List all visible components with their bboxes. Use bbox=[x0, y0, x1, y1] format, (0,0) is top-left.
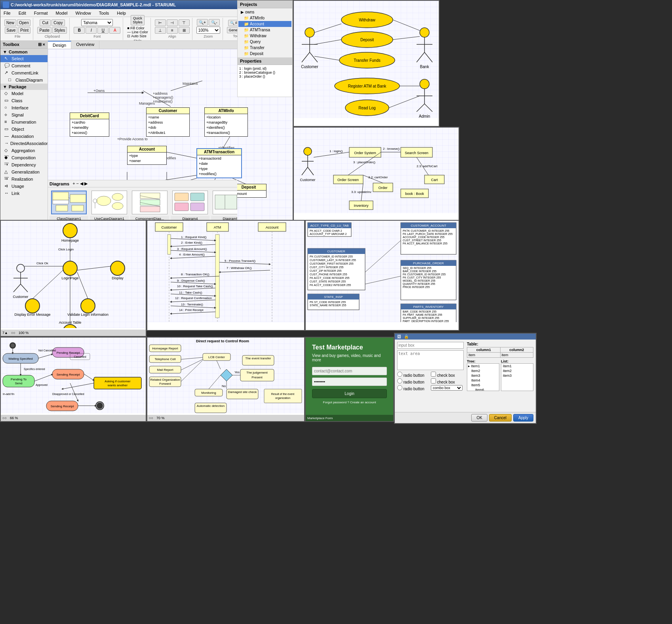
toolbox-item-interface[interactable]: ○ Interface bbox=[0, 104, 48, 111]
cancel-button[interactable]: Cancel bbox=[489, 414, 512, 422]
toolbox-item-classdiagram[interactable]: □ ClassDiagram bbox=[0, 76, 48, 84]
radio-1[interactable] bbox=[397, 372, 402, 377]
diagram-thumbnail-component[interactable] bbox=[132, 191, 168, 214]
align-right-button[interactable]: ⊤ bbox=[179, 19, 190, 26]
tree-item-1[interactable]: ▸ Item1 bbox=[467, 364, 499, 368]
tree-item-4[interactable]: Item4 bbox=[467, 378, 499, 383]
diagram-thumb-1[interactable]: UseCaseDiagram1 bbox=[90, 189, 129, 221]
diagram-thumb-4[interactable]: Diagram5 bbox=[211, 189, 237, 221]
menu-window[interactable]: Window bbox=[74, 10, 93, 16]
login-button[interactable]: Login bbox=[312, 389, 387, 398]
toolbox-category-common[interactable]: ▼ Common bbox=[0, 49, 48, 55]
menu-file[interactable]: File bbox=[2, 10, 12, 16]
list-control[interactable]: item1 item2 item3 bbox=[501, 363, 533, 391]
toolbox-item-class[interactable]: ▭ Class bbox=[0, 97, 48, 104]
underline-button[interactable]: U bbox=[97, 27, 109, 34]
diagram-thumb-3[interactable]: Diagram4 bbox=[171, 189, 209, 221]
diagram-thumb-0[interactable]: ClassDiagram1 bbox=[49, 189, 88, 221]
check-2[interactable] bbox=[431, 378, 436, 384]
list-item-1[interactable]: item1 bbox=[501, 364, 533, 368]
font-select[interactable]: Tahoma bbox=[81, 19, 113, 26]
zoom-select[interactable]: 100% bbox=[196, 27, 220, 34]
menu-tools[interactable]: Tools bbox=[97, 10, 111, 16]
paste-button[interactable]: Paste bbox=[37, 27, 51, 34]
diagram-thumbnail-usecase[interactable] bbox=[91, 191, 127, 214]
radio-label-2[interactable]: radio button bbox=[397, 378, 430, 384]
toolbox-item-realization[interactable]: ⇒ Realization bbox=[0, 176, 48, 183]
toolbox-item-enumeration[interactable]: ≡ Enumeration bbox=[0, 118, 48, 126]
toolbox-item-dependency[interactable]: ⇢ Dependency bbox=[0, 161, 48, 168]
tree-list[interactable]: ▸ Item1 Item2 Item3 Item4 Item5 Item6 It… bbox=[467, 363, 499, 391]
menu-edit[interactable]: Edit bbox=[17, 10, 28, 16]
class-account[interactable]: Account +type +owner bbox=[127, 146, 167, 165]
class-atmtransaction[interactable]: ATMTransaction +transactionId +date +typ… bbox=[196, 148, 242, 178]
password-input[interactable] bbox=[312, 378, 387, 386]
tree-item-5[interactable]: Item5 bbox=[467, 383, 499, 387]
zoom-out-button[interactable]: 🔍- bbox=[209, 19, 220, 26]
apply-button[interactable]: Apply bbox=[513, 414, 533, 422]
menu-help[interactable]: Help bbox=[115, 10, 128, 16]
align-center-button[interactable]: ⊣ bbox=[167, 19, 178, 26]
list-item-3[interactable]: item3 bbox=[501, 373, 533, 378]
toolbox-item-aggregation[interactable]: ◇— Aggregation bbox=[0, 147, 48, 154]
zoom-in-button[interactable]: 🔍+ bbox=[197, 19, 208, 26]
toolbox-category-class[interactable]: ▼ Package bbox=[0, 84, 48, 90]
save-button[interactable]: Save bbox=[5, 27, 18, 34]
marketplace-password-field[interactable] bbox=[312, 378, 387, 386]
radio-label-3[interactable]: radio button bbox=[397, 385, 430, 391]
class-debitcard[interactable]: DebitCard +cardNo +ownedBy +access() bbox=[70, 113, 109, 137]
color-button[interactable]: A bbox=[109, 27, 120, 34]
class-customer[interactable]: Customer +name +address +dob +Attribute1 bbox=[146, 107, 190, 137]
check-label-2[interactable]: check box bbox=[431, 378, 464, 384]
forgot-password-link[interactable]: Forgot password ? Create an account bbox=[312, 401, 387, 404]
toolbox-item-comment[interactable]: 💬 Comment bbox=[0, 62, 48, 69]
toolbox-item-commentlink[interactable]: ↗ CommentLink bbox=[0, 69, 48, 76]
input-box[interactable] bbox=[397, 342, 464, 349]
toolbox-item-model[interactable]: ◇ Model bbox=[0, 90, 48, 97]
tree-item-2[interactable]: Item2 bbox=[467, 368, 499, 373]
diagram-thumbnail-3[interactable] bbox=[172, 191, 208, 214]
project-query[interactable]: 📁 Query bbox=[238, 41, 291, 45]
tree-item-3[interactable]: Item3 bbox=[467, 373, 499, 378]
new-button[interactable]: New bbox=[4, 19, 16, 26]
ok-button[interactable]: OK bbox=[471, 414, 487, 422]
toolbox-item-usage[interactable]: ⊲ Usage bbox=[0, 183, 48, 190]
cut-button[interactable]: Cut bbox=[40, 19, 51, 26]
project-transfer[interactable]: 📁 Transfer bbox=[238, 45, 291, 51]
toolbox-item-object[interactable]: ▭ Object bbox=[0, 126, 48, 133]
tab-design[interactable]: Design bbox=[48, 41, 71, 49]
quick-styles-button[interactable]: QuickStyles bbox=[131, 15, 145, 25]
check-label-1[interactable]: check box bbox=[431, 372, 464, 378]
toolbox-item-generalization[interactable]: △— Generalization bbox=[0, 168, 48, 176]
copy-button[interactable]: Copy bbox=[51, 19, 65, 26]
align-middle-button[interactable]: ≡ bbox=[167, 27, 178, 34]
italic-button[interactable]: I bbox=[86, 27, 97, 34]
align-top-button[interactable]: ⊥ bbox=[155, 27, 166, 34]
tree-item-6[interactable]: Item6 bbox=[467, 387, 499, 391]
toolbox-item-composition[interactable]: ◆— Composition bbox=[0, 154, 48, 161]
align-bottom-button[interactable]: ⊞ bbox=[179, 27, 190, 34]
toolbox-item-association[interactable]: — Association bbox=[0, 133, 48, 140]
radio-2[interactable] bbox=[397, 378, 402, 384]
print-button[interactable]: Print bbox=[18, 27, 30, 34]
toolbox-item-link[interactable]: ↔ Link bbox=[0, 190, 48, 197]
align-left-button[interactable]: ⊢ bbox=[155, 19, 166, 26]
list-item-2[interactable]: item2 bbox=[501, 368, 533, 373]
styles-button[interactable]: Styles bbox=[52, 27, 67, 34]
menu-format[interactable]: Format bbox=[32, 10, 49, 16]
textarea-field[interactable] bbox=[397, 350, 464, 370]
diagram-thumb-2[interactable]: ComponentDiag... bbox=[130, 189, 169, 221]
combo-box[interactable]: combo box bbox=[431, 385, 463, 391]
radio-3[interactable] bbox=[397, 385, 402, 390]
radio-label-1[interactable]: radio button bbox=[397, 372, 430, 378]
toolbox-item-directedassociation[interactable]: → DirectedAssociation bbox=[0, 140, 48, 147]
menu-model[interactable]: Model bbox=[54, 10, 69, 16]
toolbox-item-select[interactable]: ↖ Select bbox=[0, 55, 48, 62]
tab-overview[interactable]: Overview bbox=[71, 41, 99, 49]
toolbox-item-signal[interactable]: ⟡ Signal bbox=[0, 111, 48, 118]
open-button[interactable]: Open bbox=[17, 19, 30, 26]
diagram-thumbnail-class[interactable] bbox=[51, 191, 87, 214]
project-deposit[interactable]: 📁 Deposit bbox=[238, 51, 291, 57]
check-1[interactable] bbox=[431, 372, 436, 377]
email-input[interactable] bbox=[312, 367, 387, 375]
